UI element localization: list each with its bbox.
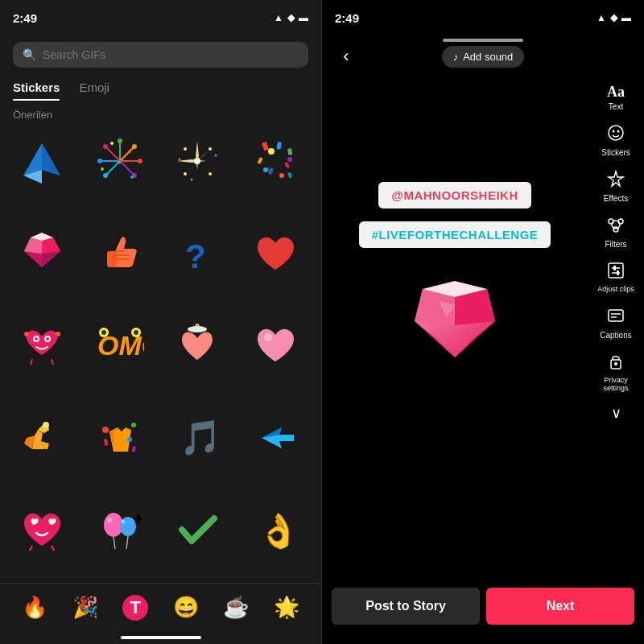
sticker-confetti[interactable]	[240, 126, 311, 196]
text-icon[interactable]: T	[122, 595, 148, 621]
sticker-heart-character[interactable]	[6, 310, 77, 381]
svg-rect-34	[262, 141, 269, 150]
svg-rect-36	[287, 148, 292, 155]
sticker-heart-red[interactable]	[240, 217, 311, 288]
left-status-icons: ▲ ◆ ▬	[274, 12, 308, 23]
svg-point-27	[184, 147, 187, 151]
svg-point-14	[132, 144, 137, 149]
svg-point-30	[208, 172, 212, 175]
sticker-question[interactable]: ?	[163, 217, 233, 288]
svg-point-20	[101, 167, 104, 171]
tool-adjust-clips[interactable]: Adjust clips	[594, 257, 638, 299]
party-icon[interactable]: 🎉	[72, 595, 98, 620]
sticker-sparkles[interactable]	[163, 126, 233, 196]
tool-privacy[interactable]: Privacysettings	[600, 348, 631, 398]
next-button[interactable]: Next	[486, 588, 634, 625]
fire-icon[interactable]: 🔥	[22, 595, 47, 620]
svg-rect-67	[132, 446, 136, 452]
hashtag-tag[interactable]: #LIVEFORTHECHALLENGE	[359, 221, 551, 248]
smile-icon[interactable]: 😄	[173, 595, 199, 620]
svg-rect-90	[617, 270, 619, 275]
search-bar[interactable]: 🔍	[13, 42, 308, 68]
svg-point-76	[122, 520, 126, 524]
svg-line-70	[52, 546, 54, 551]
right-toolbar: ‹ ♪ Add sound	[322, 35, 644, 77]
svg-line-9	[120, 161, 134, 175]
tab-emoji[interactable]: Emoji	[79, 80, 109, 101]
svg-point-61	[264, 333, 272, 341]
svg-point-28	[208, 147, 212, 151]
heart-sticker[interactable]	[407, 277, 503, 365]
svg-point-59	[134, 330, 138, 335]
sticker-ok[interactable]: 👌	[240, 494, 311, 565]
sticker-origami[interactable]	[6, 126, 77, 196]
tool-text[interactable]: Aa Text	[604, 79, 628, 116]
svg-line-51	[31, 359, 32, 365]
bottom-actions: Post to Story Next	[322, 588, 644, 625]
svg-rect-44	[287, 171, 292, 178]
svg-rect-37	[257, 157, 262, 164]
mention-tag[interactable]: @MAHNOORSHEIKH	[378, 182, 530, 208]
svg-rect-86	[609, 263, 623, 278]
text-tool-icon: Aa	[607, 84, 625, 101]
svg-line-69	[30, 546, 32, 551]
bottom-bar: 🔥 🎉 T 😄 ☕ 🌟	[0, 583, 321, 631]
tool-captions[interactable]: Captions	[597, 302, 634, 345]
sticker-peace[interactable]	[6, 402, 77, 473]
post-story-button[interactable]: Post to Story	[332, 588, 480, 625]
svg-marker-22	[196, 141, 199, 170]
filters-tool-icon	[607, 216, 625, 238]
svg-point-26	[194, 158, 200, 164]
svg-rect-43	[268, 167, 274, 175]
tab-stickers[interactable]: Stickers	[13, 80, 60, 101]
add-sound-button[interactable]: ♪ Add sound	[442, 46, 525, 68]
home-indicator-left	[121, 636, 201, 639]
right-sidebar: Aa Text Stickers Effects	[588, 72, 644, 431]
sticker-fireworks[interactable]	[85, 126, 155, 196]
sticker-pointer[interactable]	[240, 402, 311, 473]
adjust-clips-label: Adjust clips	[597, 286, 634, 294]
right-panel: 2:49 ▲ ◆ ▬ ‹ ♪ Add sound Aa Text	[322, 0, 644, 644]
effects-tool-icon	[607, 170, 625, 192]
back-button[interactable]: ‹	[332, 42, 361, 71]
svg-text:✚: ✚	[133, 512, 142, 526]
sticker-checkmark[interactable]	[163, 494, 233, 565]
svg-point-41	[263, 167, 268, 172]
adjust-clips-icon	[607, 262, 625, 284]
chevron-down-icon[interactable]: ∨	[608, 401, 625, 425]
svg-point-75	[107, 518, 112, 522]
music-note-icon: ♪	[453, 51, 459, 63]
sticker-angel-heart[interactable]	[163, 310, 233, 381]
tool-filters[interactable]: Filters	[601, 211, 630, 254]
svg-point-62	[43, 422, 49, 428]
svg-point-42	[279, 173, 284, 178]
svg-point-53	[24, 332, 29, 336]
svg-point-21	[130, 175, 134, 179]
svg-point-60	[188, 326, 207, 332]
sticker-thumbsup[interactable]	[85, 217, 155, 288]
svg-point-11	[118, 138, 122, 143]
privacy-label: Privacysettings	[603, 377, 628, 393]
svg-text:?: ?	[185, 237, 206, 275]
search-input[interactable]	[43, 48, 299, 61]
tool-effects[interactable]: Effects	[601, 165, 631, 208]
coffee-icon[interactable]: ☕	[223, 595, 249, 620]
svg-point-32	[215, 154, 217, 156]
left-status-bar: 2:49 ▲ ◆ ▬	[0, 0, 321, 35]
video-content: @MAHNOORSHEIKH #LIVEFORTHECHALLENGE	[322, 0, 588, 547]
sticker-celebration[interactable]	[85, 402, 155, 473]
svg-point-13	[97, 159, 102, 163]
svg-text:👌: 👌	[258, 511, 298, 551]
svg-point-15	[103, 144, 108, 149]
sticker-pink-heart[interactable]	[240, 310, 311, 381]
tool-stickers[interactable]: Stickers	[598, 119, 634, 162]
sticker-balloon[interactable]: ✚	[85, 494, 155, 565]
svg-line-10	[105, 161, 120, 175]
sticker-heart-eyes[interactable]	[6, 494, 77, 565]
sun-icon[interactable]: 🌟	[274, 595, 299, 620]
sticker-diamond-heart[interactable]	[6, 217, 77, 288]
sticker-omg[interactable]: OMG	[85, 310, 155, 381]
svg-point-33	[191, 178, 193, 180]
svg-point-19	[128, 150, 131, 153]
sticker-music[interactable]: 🎵	[163, 402, 233, 473]
